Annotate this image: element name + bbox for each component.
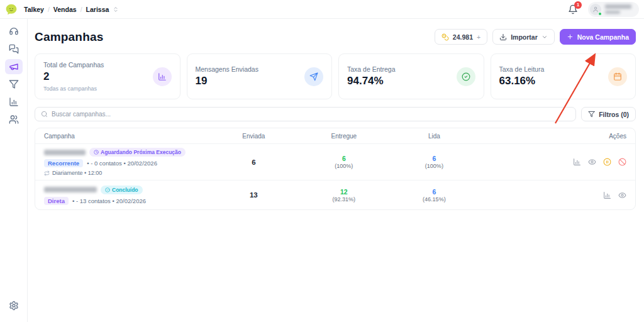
cell-lida: 6 (100%)	[394, 155, 475, 169]
status-badge-label: Concluído	[112, 187, 138, 193]
page-title: Campanhas	[35, 30, 104, 44]
campaign-meta: • - 13 contatos • 20/02/2026	[72, 197, 146, 204]
online-status-dot	[598, 12, 602, 16]
credits-value: 24.981	[453, 33, 473, 41]
cell-enviada: 13	[213, 191, 295, 199]
search-icon	[41, 111, 48, 118]
search-input[interactable]	[52, 111, 570, 118]
megaphone-icon	[9, 62, 19, 72]
breadcrumb-separator: /	[80, 6, 82, 13]
filters-button[interactable]: Filtros (0)	[581, 107, 636, 121]
stat-icon-wrap	[304, 67, 323, 86]
bar-chart-icon	[158, 72, 167, 81]
stat-label: Taxa de Entrega	[347, 65, 395, 73]
sidebar-item-support[interactable]	[5, 23, 23, 40]
settings-icon	[9, 301, 19, 311]
credits-add-label: +	[477, 33, 480, 41]
bar-chart-icon	[9, 97, 19, 107]
import-button[interactable]: Importar	[492, 29, 555, 45]
lida-pct: (100%)	[394, 163, 475, 169]
redacted-campaign-name	[44, 150, 86, 155]
col-header-campanha: Campanha	[44, 133, 213, 140]
breadcrumb-workspace[interactable]: Vendas	[53, 6, 77, 13]
download-icon	[499, 33, 507, 41]
chevron-down-icon	[541, 34, 548, 40]
page-header: Campanhas 24.981 + Importar	[35, 29, 636, 45]
col-header-lida: Lida	[394, 133, 475, 140]
notifications-button[interactable]: 1	[568, 4, 578, 14]
eye-icon[interactable]	[588, 158, 596, 166]
sidebar-item-contacts[interactable]	[5, 111, 23, 128]
lida-value: 6	[394, 155, 475, 162]
lida-value: 6	[394, 188, 475, 196]
breadcrumb-brand[interactable]: Talkey	[24, 6, 44, 13]
entregue-pct: (92.31%)	[294, 196, 393, 203]
campaign-type-badge: Direta	[44, 197, 69, 205]
search-box[interactable]	[35, 107, 576, 121]
header-actions: 24.981 + Importar Nova Campan	[435, 29, 636, 45]
cell-entregue: 6 (100%)	[294, 155, 393, 169]
status-badge: Aguardando Próxima Execução	[89, 148, 186, 157]
coins-icon	[441, 33, 449, 41]
stat-label: Mensagens Enviadas	[196, 65, 258, 73]
check-circle-icon	[462, 72, 470, 81]
campaigns-table: Campanha Enviada Entregue Lida Ações Ag	[35, 128, 636, 210]
sidebar-item-reports[interactable]	[5, 93, 23, 111]
sidebar	[0, 19, 28, 322]
stat-label: Taxa de Leitura	[499, 65, 545, 73]
chats-icon	[9, 44, 19, 54]
col-header-entregue: Entregue	[294, 133, 393, 140]
status-badge: Concluído	[101, 186, 143, 194]
col-header-enviada: Enviada	[213, 133, 295, 140]
sidebar-item-chats[interactable]	[5, 40, 23, 58]
cell-actions	[475, 158, 626, 166]
funnel-icon	[588, 111, 595, 118]
campaign-schedule: Diariamente • 12:00	[44, 170, 213, 176]
calendar-icon	[613, 72, 622, 81]
sidebar-item-campaigns[interactable]	[5, 59, 23, 74]
chevrons-up-down-icon[interactable]	[113, 6, 119, 13]
lida-pct: (46.15%)	[394, 196, 475, 203]
stat-card-taxa-leitura: Taxa de Leitura 63.16%	[491, 53, 636, 99]
pause-circle-icon[interactable]	[603, 158, 611, 166]
table-row[interactable]: Aguardando Próxima Execução Recorrente •…	[35, 144, 635, 180]
breadcrumb-current[interactable]: Larissa	[86, 6, 109, 13]
credits-button[interactable]: 24.981 +	[435, 29, 487, 45]
cell-actions	[475, 191, 626, 199]
topbar: Talkey / Vendas / Larissa 1	[0, 0, 644, 19]
user-menu[interactable]	[588, 2, 639, 17]
search-row: Filtros (0)	[35, 107, 636, 121]
plus-icon	[567, 33, 574, 40]
filters-label: Filtros (0)	[599, 111, 629, 118]
headset-icon	[9, 26, 19, 36]
table-row[interactable]: Concluído Direta • - 13 contatos • 20/02…	[35, 180, 635, 209]
sidebar-item-funnel[interactable]	[5, 75, 23, 93]
clock-icon	[94, 150, 99, 155]
main-content: Campanhas 24.981 + Importar	[28, 19, 644, 322]
cell-enviada: 6	[213, 158, 295, 166]
sidebar-item-settings[interactable]	[5, 297, 23, 314]
stat-label: Total de Campanhas	[43, 61, 104, 69]
breadcrumb-separator: /	[48, 6, 50, 13]
redacted-user-role	[605, 11, 620, 14]
users-icon	[9, 114, 19, 125]
breadcrumb: Talkey / Vendas / Larissa	[24, 6, 119, 13]
redacted-campaign-name	[44, 187, 97, 192]
campaign-schedule-label: Diariamente • 12:00	[52, 170, 102, 176]
entregue-value: 6	[294, 155, 393, 162]
entregue-value: 12	[294, 188, 393, 196]
stat-card-mensagens-enviadas: Mensagens Enviadas 19	[187, 53, 333, 99]
stat-value: 63.16%	[499, 75, 545, 87]
col-header-acoes: Ações	[475, 133, 626, 140]
chart-action-icon[interactable]	[573, 158, 581, 166]
ban-icon[interactable]	[618, 158, 626, 166]
cell-entregue: 12 (92.31%)	[294, 188, 393, 203]
import-label: Importar	[511, 33, 538, 41]
new-campaign-button[interactable]: Nova Campanha	[560, 29, 636, 45]
campaign-type-badge: Recorrente	[44, 159, 83, 167]
chart-action-icon[interactable]	[603, 191, 611, 199]
eye-icon[interactable]	[618, 191, 626, 199]
stats-row: Total de Campanhas 2 Todas as campanhas …	[35, 53, 636, 99]
funnel-icon	[9, 79, 19, 89]
talkey-logo-icon[interactable]	[5, 3, 18, 16]
